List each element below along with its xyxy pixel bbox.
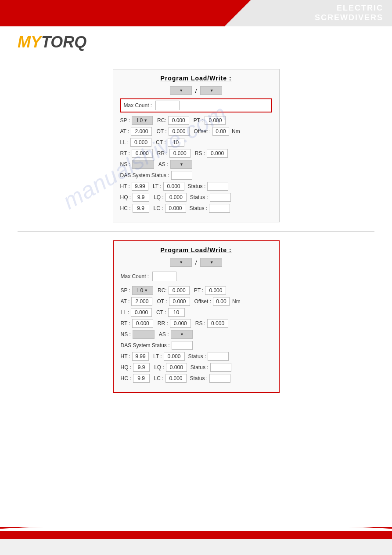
panel2-das-label: DAS System Status : <box>121 342 170 348</box>
panel2-at-value[interactable]: 2.000 <box>131 297 152 306</box>
panel1-hq-label: HQ : <box>120 194 131 200</box>
panel1-as-label: AS : <box>158 161 169 167</box>
panel2-sp-value[interactable]: L0▼ <box>132 286 153 295</box>
panel2-status3-value[interactable] <box>209 374 230 383</box>
panel2-ns-value[interactable] <box>133 330 155 339</box>
panel1-pt-label: PT : <box>194 117 203 123</box>
panel2-status1-value[interactable] <box>208 352 229 361</box>
header-title: ELECTRIC SCREWDIVERS <box>315 4 383 22</box>
panel2-lq-label: LQ : <box>154 364 164 370</box>
panel2-ct-value[interactable]: 10 <box>168 308 185 317</box>
panel1-rs-label: RS : <box>195 150 205 156</box>
panel2-sp-label: SP : <box>121 287 130 294</box>
panel2-pt-value[interactable]: 0.000 <box>205 286 226 295</box>
panel2-rt-label: RT : <box>121 320 130 326</box>
panel1-hq-value[interactable]: 9.9 <box>133 193 149 202</box>
panel2-lq-value[interactable]: 0.000 <box>166 363 187 372</box>
panel2-at-label: AT : <box>121 298 130 305</box>
panel2-rt-row: RT : 0.000 RR : 0.000 RS : 0.000 <box>121 319 272 328</box>
panel1-ll-value[interactable]: 0.000 <box>130 138 151 147</box>
panel2-dropdown1[interactable]: ▼ <box>170 258 192 267</box>
panel2-ns-row: NS : AS : ▼ <box>121 330 272 339</box>
panel2-ht-value[interactable]: 9.99 <box>132 352 149 361</box>
panel1-at-value[interactable]: 2.000 <box>131 127 152 136</box>
panel2-ot-value[interactable]: 0.000 <box>169 297 190 306</box>
panel1-as-value[interactable]: ▼ <box>170 160 192 169</box>
panel1-title: Program Load/Write : <box>120 75 272 82</box>
panel1-max-count-value[interactable] <box>155 101 180 110</box>
panel2-lc-value[interactable]: 0.000 <box>165 374 187 383</box>
panel1-hc-row: HC : 9.9 LC : 0.000 Status : <box>120 204 272 213</box>
panel2-ht-label: HT : <box>121 353 130 359</box>
panel1-status2-value[interactable] <box>210 193 231 202</box>
panel2-as-value[interactable]: ▼ <box>171 330 193 339</box>
panel2-max-count-value[interactable] <box>152 272 176 281</box>
panel1-hc-label: HC : <box>120 205 131 211</box>
panel1-ht-row: HT : 9.99 LT : 0.000 Status : <box>120 182 272 191</box>
panel1-lt-label: LT : <box>153 183 162 189</box>
panel2-rs-value[interactable]: 0.000 <box>207 319 228 328</box>
panel2-ll-value[interactable]: 0.000 <box>131 308 152 317</box>
panel2-ll-row: LL : 0.000 CT : 10 <box>121 308 272 317</box>
panel1-status3-value[interactable] <box>209 204 230 213</box>
panel1-ns-value[interactable] <box>132 160 154 169</box>
panel1-rc-value[interactable]: 0.000 <box>168 116 189 125</box>
panel2-lc-label: LC : <box>154 375 164 381</box>
panel1-status1-label: Status : <box>188 183 206 189</box>
panel1-offset-label: Offset : <box>194 128 211 134</box>
panel1-lq-value[interactable]: 0.000 <box>165 193 187 202</box>
panel1-rt-row: RT : 0.000 RR : 0.000 RS : 0.000 <box>120 149 272 158</box>
panel2-rc-value[interactable]: 0.000 <box>169 286 190 295</box>
panel1-hc-value[interactable]: 9.9 <box>133 204 149 213</box>
panel1-ht-label: HT : <box>120 183 130 189</box>
panel1-sp-value[interactable]: L0▼ <box>132 116 153 125</box>
panel2-ct-label: CT : <box>156 309 166 316</box>
panel2-slash: / <box>195 259 197 266</box>
panel2-max-count-label: Max Count : <box>121 273 149 279</box>
panel1-ll-row: LL : 0.000 CT : 10 <box>120 138 272 147</box>
panel1-rr-value[interactable]: 0.000 <box>169 149 191 158</box>
panel2-lt-value[interactable]: 0.000 <box>164 352 185 361</box>
panel1-lc-value[interactable]: 0.000 <box>165 204 186 213</box>
panel1-rs-value[interactable]: 0.000 <box>207 149 228 158</box>
panel1-status3-label: Status : <box>190 205 208 211</box>
panel1-nm-label: Nm <box>232 128 240 134</box>
panel2-status2-label: Status : <box>191 364 209 370</box>
panel2-ll-label: LL : <box>121 309 129 316</box>
panel1-ht-value[interactable]: 9.99 <box>132 182 148 191</box>
panel1-dropdown2[interactable]: ▼ <box>200 86 222 95</box>
panel1-offset-value[interactable]: 0.00 <box>212 127 229 136</box>
panel2-hc-label: HC : <box>121 375 131 381</box>
panel2-at-row: AT : 2.000 OT : 0.000 Offset : 0.00 Nm <box>121 297 272 306</box>
panel2-rc-label: RC: <box>158 287 167 294</box>
panel2-hq-value[interactable]: 9.9 <box>133 363 150 372</box>
panel2-rr-value[interactable]: 0.000 <box>170 319 191 328</box>
panel1-das-status[interactable] <box>171 171 192 180</box>
panel2-hc-value[interactable]: 9.9 <box>133 374 150 383</box>
panel2-offset-label: Offset : <box>194 298 211 305</box>
panel1-hq-row: HQ : 9.9 LQ : 0.000 Status : <box>120 193 272 202</box>
logo: MYTORQ <box>18 33 86 51</box>
panel2-hq-label: HQ : <box>121 364 132 370</box>
panel2-das-status[interactable] <box>172 341 193 350</box>
panel2-offset-value[interactable]: 0.00 <box>213 297 230 306</box>
panel1-status2-label: Status : <box>190 194 208 200</box>
panel1-ot-value[interactable]: 0.000 <box>169 127 190 136</box>
panel1-lt-value[interactable]: 0.000 <box>163 182 184 191</box>
panel1-ct-value[interactable]: 10 <box>168 138 184 147</box>
panel2-as-label: AS : <box>159 331 169 337</box>
panel1-rt-value[interactable]: 0.000 <box>132 149 153 158</box>
panel2-dropdown2[interactable]: ▼ <box>200 258 222 267</box>
panel2-status3-label: Status : <box>190 375 208 381</box>
panel1-pt-value[interactable]: 0.000 <box>205 116 226 125</box>
panel2-hc-row: HC : 9.9 LC : 0.000 Status : <box>121 374 272 383</box>
panel1-max-count-label: Max Count : <box>124 102 152 109</box>
panel2-status2-value[interactable] <box>210 363 231 372</box>
panel1-lq-label: LQ : <box>154 194 164 200</box>
bottom-banner-wave <box>0 525 392 531</box>
panel1-status1-value[interactable] <box>207 182 228 191</box>
panel1-dropdown1[interactable]: ▼ <box>170 86 192 95</box>
panel2-rt-value[interactable]: 0.000 <box>132 319 153 328</box>
panel1-ct-label: CT : <box>156 139 165 145</box>
panel2-ns-label: NS : <box>121 331 131 337</box>
